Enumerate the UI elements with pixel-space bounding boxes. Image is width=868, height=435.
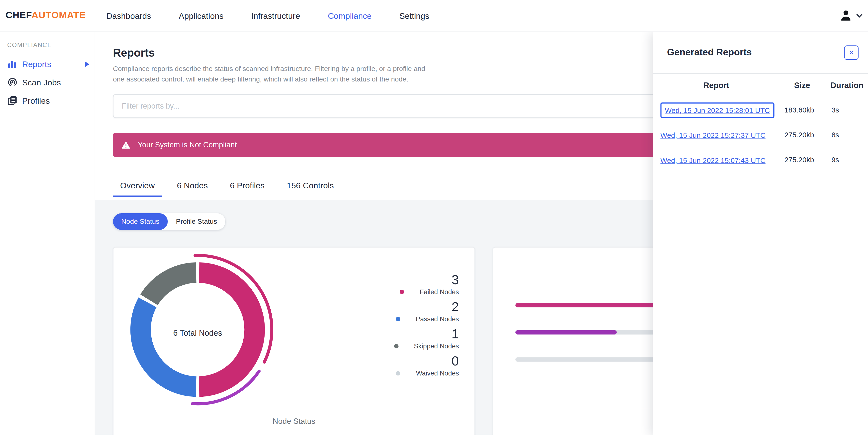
tab-nodes[interactable]: 6 Nodes [170, 174, 215, 197]
report-size: 275.20kb [780, 156, 824, 164]
user-icon [839, 9, 852, 22]
reports-table-body: Wed, 15 Jun 2022 15:28:01 UTC 183.60kb 3… [653, 97, 868, 173]
table-row: Wed, 15 Jun 2022 15:28:01 UTC 183.60kb 3… [653, 97, 868, 122]
nav-item-compliance[interactable]: Compliance [322, 8, 377, 23]
legend-item-failed: 3 Failed Nodes [365, 272, 459, 296]
documents-icon [7, 96, 17, 106]
report-size: 275.20kb [780, 131, 824, 139]
node-status-legend: 3 Failed Nodes 2 Passed Nodes [365, 272, 459, 381]
donut-center-label: 6 Total Nodes [120, 328, 275, 337]
table-row: Wed, 15 Jun 2022 15:27:37 UTC 275.20kb 8… [653, 122, 868, 147]
failed-nodes-dot-icon [400, 290, 404, 294]
logo-chef: CHEF [6, 10, 32, 21]
skipped-count: 1 [365, 326, 459, 341]
legend-label: Skipped Nodes [414, 342, 459, 351]
toggle-profile-status[interactable]: Profile Status [167, 213, 225, 230]
report-link[interactable]: Wed, 15 Jun 2022 15:27:37 UTC [660, 131, 766, 139]
focused-report-link-box: Wed, 15 Jun 2022 15:28:01 UTC [660, 102, 774, 118]
sidebar-item-label: Scan Jobs [22, 78, 61, 87]
app-window: CHEFAUTOMATE Dashboards Applications Inf… [0, 0, 868, 435]
report-link[interactable]: Wed, 15 Jun 2022 15:07:43 UTC [660, 156, 766, 164]
waived-count: 0 [365, 353, 459, 368]
nav-item-applications[interactable]: Applications [173, 8, 229, 23]
main-nav: Dashboards Applications Infrastructure C… [101, 8, 451, 23]
banner-text: Your System is Not Compliant [138, 141, 237, 149]
warning-icon [121, 141, 131, 149]
tab-controls[interactable]: 156 Controls [279, 174, 341, 197]
report-size: 183.60kb [780, 106, 824, 114]
user-menu-button[interactable] [839, 9, 862, 22]
legend-label: Failed Nodes [420, 287, 459, 296]
column-size: Size [780, 81, 824, 90]
report-duration: 3s [829, 106, 865, 114]
bar-chart-icon [7, 59, 17, 69]
nav-item-settings[interactable]: Settings [394, 8, 435, 23]
sidebar-item-label: Profiles [22, 96, 50, 106]
column-duration: Duration [829, 81, 865, 90]
failed-count: 3 [365, 272, 459, 287]
passed-count: 2 [365, 299, 459, 314]
nav-item-dashboards[interactable]: Dashboards [101, 8, 157, 23]
panel-header: Generated Reports ✕ [653, 31, 868, 74]
passed-nodes-dot-icon [396, 317, 400, 321]
column-report: Report [660, 81, 772, 90]
tab-profiles[interactable]: 6 Profiles [223, 174, 272, 197]
card-divider [122, 409, 466, 409]
panel-title: Generated Reports [667, 47, 752, 58]
chef-automate-logo[interactable]: CHEFAUTOMATE [6, 10, 101, 21]
table-row: Wed, 15 Jun 2022 15:07:43 UTC 275.20kb 9… [653, 147, 868, 172]
sidebar-section-label: COMPLIANCE [7, 41, 95, 48]
status-toggle: Node Status Profile Status [113, 213, 225, 230]
generated-reports-panel: Generated Reports ✕ Report Size Duration… [653, 31, 868, 435]
legend-label: Waived Nodes [416, 369, 459, 378]
sidebar-item-label: Reports [22, 59, 51, 69]
report-link[interactable]: Wed, 15 Jun 2022 15:28:01 UTC [665, 106, 770, 114]
radar-icon [7, 77, 17, 87]
close-icon[interactable]: ✕ [844, 46, 859, 60]
sidebar-item-profiles[interactable]: Profiles [0, 91, 95, 110]
nav-item-infrastructure[interactable]: Infrastructure [246, 8, 306, 23]
report-duration: 8s [829, 131, 865, 139]
report-duration: 9s [829, 156, 865, 164]
chevron-down-icon [856, 14, 862, 18]
legend-item-passed: 2 Passed Nodes [365, 299, 459, 323]
legend-item-skipped: 1 Skipped Nodes [365, 326, 459, 351]
node-status-card-title: Node Status [113, 416, 474, 425]
top-nav: CHEFAUTOMATE Dashboards Applications Inf… [0, 0, 868, 31]
toggle-node-status[interactable]: Node Status [113, 213, 167, 230]
sidebar-item-reports[interactable]: Reports [0, 55, 95, 73]
node-status-card: 6 Total Nodes 3 Failed Nodes [113, 247, 475, 435]
reports-table-header: Report Size Duration [653, 81, 868, 92]
page-description-line2: one associated control, will enable deep… [113, 76, 408, 83]
logo-automate: AUTOMATE [31, 10, 86, 21]
compliance-sidebar: COMPLIANCE Reports [0, 31, 95, 435]
page-description-line1: Compliance reports describe the status o… [113, 65, 425, 73]
legend-label: Passed Nodes [416, 315, 459, 323]
skipped-nodes-dot-icon [394, 344, 398, 348]
sidebar-item-scan-jobs[interactable]: Scan Jobs [0, 73, 95, 91]
tab-overview[interactable]: Overview [113, 174, 162, 197]
submenu-arrow-icon [85, 61, 90, 67]
legend-item-waived: 0 Waived Nodes [365, 353, 459, 378]
waived-nodes-dot-icon [396, 371, 400, 375]
nav-right [839, 9, 868, 22]
